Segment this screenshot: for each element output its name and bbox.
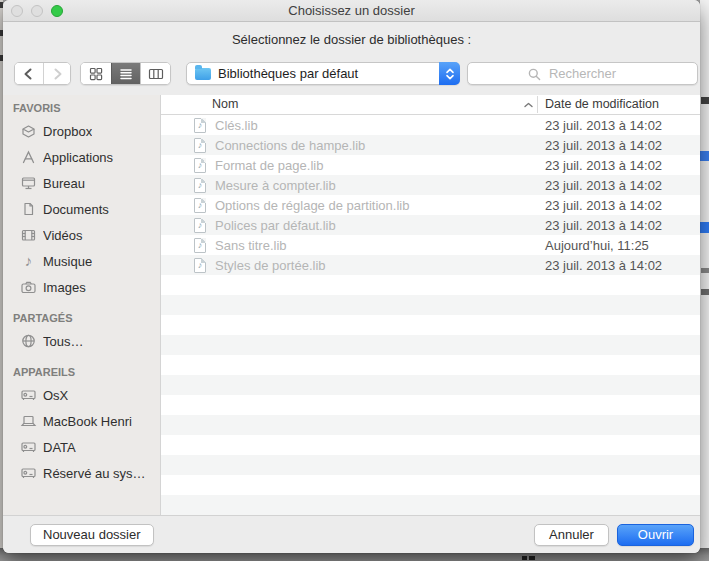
- sort-ascending-icon: [523, 101, 534, 109]
- sidebar-item-applications[interactable]: Applications: [3, 144, 160, 170]
- sidebar: FAVORIS Dropbox Applications Bureau Docu…: [3, 95, 161, 515]
- file-name: Sans titre.lib: [215, 238, 287, 253]
- sidebar-item-bureau[interactable]: Bureau: [3, 170, 160, 196]
- table-row[interactable]: ♪ Styles de portée.lib 23 juil. 2013 à 1…: [161, 255, 700, 275]
- hard-disk-icon: [20, 439, 37, 455]
- toolbar: Bibliothèques par défaut: [3, 56, 700, 90]
- forward-button[interactable]: [43, 63, 71, 84]
- table-row[interactable]: ♪ Connections de hampe.lib 23 juil. 2013…: [161, 135, 700, 155]
- column-view-icon: [148, 66, 164, 82]
- file-date: 23 juil. 2013 à 14:02: [545, 118, 662, 133]
- list-view-button[interactable]: [111, 63, 141, 84]
- sidebar-item-data[interactable]: DATA: [3, 434, 160, 460]
- column-header-date[interactable]: Date de modification: [545, 97, 659, 111]
- applications-icon: [20, 149, 37, 165]
- table-row[interactable]: ♪ Clés.lib 23 juil. 2013 à 14:02: [161, 115, 700, 135]
- sidebar-item-documents[interactable]: Documents: [3, 196, 160, 222]
- list-view-icon: [118, 66, 134, 82]
- music-file-icon: ♪: [194, 138, 206, 153]
- open-button[interactable]: Ouvrir: [617, 524, 694, 546]
- choose-folder-dialog: Choisissez un dossier Sélectionnez le do…: [3, 0, 700, 553]
- file-name: Mesure à compter.lib: [215, 178, 336, 193]
- file-name: Options de réglage de partition.lib: [215, 198, 409, 213]
- file-date: 23 juil. 2013 à 14:02: [545, 198, 662, 213]
- icon-view-button[interactable]: [81, 63, 111, 84]
- file-date: 23 juil. 2013 à 14:02: [545, 158, 662, 173]
- sidebar-item-reserve-systeme[interactable]: Réservé au sys…: [3, 460, 160, 486]
- globe-icon: [20, 333, 37, 349]
- new-folder-button[interactable]: Nouveau dossier: [30, 524, 154, 546]
- music-file-icon: ♪: [194, 178, 206, 193]
- music-file-icon: ♪: [194, 158, 206, 173]
- file-name: Styles de portée.lib: [215, 258, 326, 273]
- table-row[interactable]: ♪ Sans titre.lib Aujourd’hui, 11:25: [161, 235, 700, 255]
- dropbox-icon: [20, 123, 37, 139]
- footer-bar: Nouveau dossier Annuler Ouvrir: [3, 515, 700, 553]
- navigation-buttons: [14, 62, 71, 85]
- sidebar-section-appareils: APPAREILS: [3, 366, 160, 382]
- search-field[interactable]: [467, 62, 698, 85]
- popup-chevrons-icon: [439, 62, 460, 85]
- chevron-left-icon: [21, 66, 37, 82]
- folder-icon: [195, 68, 211, 80]
- dialog-prompt: Sélectionnez le dossier de bibliothèques…: [3, 22, 700, 56]
- file-name: Connections de hampe.lib: [215, 138, 365, 153]
- music-file-icon: ♪: [194, 118, 206, 133]
- document-icon: [20, 201, 37, 217]
- dialog-content: FAVORIS Dropbox Applications Bureau Docu…: [3, 95, 700, 515]
- music-file-icon: ♪: [194, 218, 206, 233]
- music-file-icon: ♪: [194, 198, 206, 213]
- camera-icon: [20, 279, 37, 295]
- sidebar-item-images[interactable]: Images: [3, 274, 160, 300]
- column-divider[interactable]: [537, 96, 538, 113]
- chevron-right-icon: [49, 66, 65, 82]
- laptop-icon: [20, 413, 37, 429]
- film-icon: [20, 227, 37, 243]
- hard-disk-icon: [20, 387, 37, 403]
- table-row[interactable]: ♪ Format de page.lib 23 juil. 2013 à 14:…: [161, 155, 700, 175]
- file-date: 23 juil. 2013 à 14:02: [545, 138, 662, 153]
- file-list: Nom Date de modification ♪ Clés.lib 23 j…: [161, 95, 700, 515]
- back-button[interactable]: [15, 63, 43, 84]
- list-header: Nom Date de modification: [161, 95, 700, 115]
- sidebar-section-partages: PARTAGÉS: [3, 312, 160, 328]
- file-date: 23 juil. 2013 à 14:02: [545, 218, 662, 233]
- column-header-nom[interactable]: Nom: [212, 97, 238, 111]
- list-rows: ♪ Clés.lib 23 juil. 2013 à 14:02 ♪ Conne…: [161, 115, 700, 515]
- music-file-icon: ♪: [194, 258, 206, 273]
- file-date: 23 juil. 2013 à 14:02: [545, 178, 662, 193]
- table-row[interactable]: ♪ Polices par défaut.lib 23 juil. 2013 à…: [161, 215, 700, 235]
- sidebar-item-osx[interactable]: OsX: [3, 382, 160, 408]
- column-view-button[interactable]: [140, 63, 170, 84]
- table-row[interactable]: ♪ Mesure à compter.lib 23 juil. 2013 à 1…: [161, 175, 700, 195]
- search-input[interactable]: [468, 63, 697, 84]
- window-title: Choisissez un dossier: [3, 0, 700, 22]
- file-date: 23 juil. 2013 à 14:02: [545, 258, 662, 273]
- sidebar-item-macbook-henri[interactable]: MacBook Henri: [3, 408, 160, 434]
- sidebar-item-tous[interactable]: Tous…: [3, 328, 160, 354]
- table-row[interactable]: ♪ Options de réglage de partition.lib 23…: [161, 195, 700, 215]
- cancel-button[interactable]: Annuler: [534, 524, 609, 546]
- hard-disk-icon: [20, 465, 37, 481]
- music-file-icon: ♪: [194, 238, 206, 253]
- location-popup-button[interactable]: Bibliothèques par défaut: [186, 62, 460, 85]
- popup-selected-label: Bibliothèques par défaut: [218, 66, 439, 81]
- sidebar-item-musique[interactable]: ♪ Musique: [3, 248, 160, 274]
- title-bar: Choisissez un dossier: [3, 0, 700, 22]
- sidebar-section-favoris: FAVORIS: [3, 102, 160, 118]
- file-name: Clés.lib: [215, 118, 258, 133]
- music-note-icon: ♪: [20, 253, 37, 269]
- file-name: Format de page.lib: [215, 158, 323, 173]
- sidebar-item-videos[interactable]: Vidéos: [3, 222, 160, 248]
- grid-view-icon: [88, 66, 104, 82]
- file-date: Aujourd’hui, 11:25: [545, 238, 649, 253]
- desktop-icon: [20, 175, 37, 191]
- background-window-edge-right: [700, 0, 709, 561]
- sidebar-item-dropbox[interactable]: Dropbox: [3, 118, 160, 144]
- view-mode-segmented-control: [80, 62, 171, 85]
- file-name: Polices par défaut.lib: [215, 218, 336, 233]
